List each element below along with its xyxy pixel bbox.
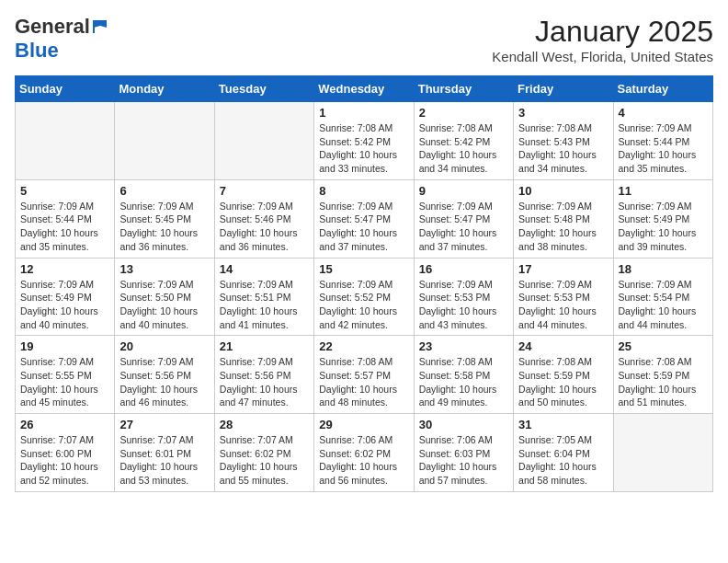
calendar-cell: 11Sunrise: 7:09 AMSunset: 5:49 PMDayligh… [613, 179, 712, 258]
calendar-cell: 19Sunrise: 7:09 AMSunset: 5:55 PMDayligh… [16, 336, 115, 414]
weekday-header-sunday: Sunday [16, 76, 115, 102]
day-number: 3 [518, 106, 608, 120]
weekday-header-row: SundayMondayTuesdayWednesdayThursdayFrid… [16, 76, 713, 102]
cell-info: Sunrise: 7:08 AMSunset: 5:59 PMDaylight:… [619, 355, 708, 409]
day-number: 13 [119, 262, 209, 276]
calendar-cell: 4Sunrise: 7:09 AMSunset: 5:44 PMDaylight… [613, 102, 712, 180]
cell-info: Sunrise: 7:09 AMSunset: 5:45 PMDaylight:… [119, 200, 209, 254]
svg-marker-0 [94, 20, 107, 28]
calendar-cell: 26Sunrise: 7:07 AMSunset: 6:00 PMDayligh… [16, 414, 115, 492]
logo: General Blue [15, 15, 108, 63]
cell-info: Sunrise: 7:09 AMSunset: 5:55 PMDaylight:… [20, 355, 109, 409]
cell-info: Sunrise: 7:09 AMSunset: 5:52 PMDaylight:… [319, 278, 408, 332]
day-number: 1 [319, 106, 408, 120]
day-number: 31 [518, 418, 608, 431]
calendar-week-row: 5Sunrise: 7:09 AMSunset: 5:44 PMDaylight… [16, 179, 713, 258]
cell-info: Sunrise: 7:09 AMSunset: 5:46 PMDaylight:… [220, 200, 309, 254]
calendar-cell [115, 102, 214, 180]
calendar-cell: 17Sunrise: 7:09 AMSunset: 5:53 PMDayligh… [514, 258, 613, 336]
cell-info: Sunrise: 7:09 AMSunset: 5:50 PMDaylight:… [119, 278, 209, 332]
cell-info: Sunrise: 7:08 AMSunset: 5:59 PMDaylight:… [518, 355, 608, 409]
calendar-cell: 21Sunrise: 7:09 AMSunset: 5:56 PMDayligh… [214, 336, 313, 414]
calendar-cell: 10Sunrise: 7:09 AMSunset: 5:48 PMDayligh… [514, 179, 613, 258]
weekday-header-tuesday: Tuesday [214, 76, 313, 102]
cell-info: Sunrise: 7:07 AMSunset: 6:02 PMDaylight:… [220, 433, 309, 488]
cell-info: Sunrise: 7:08 AMSunset: 5:42 PMDaylight:… [319, 121, 408, 176]
logo-flag-icon [92, 18, 108, 35]
day-number: 9 [419, 184, 508, 198]
cell-info: Sunrise: 7:09 AMSunset: 5:47 PMDaylight:… [319, 200, 408, 254]
day-number: 15 [319, 262, 408, 276]
day-number: 14 [220, 262, 309, 276]
calendar-cell: 7Sunrise: 7:09 AMSunset: 5:46 PMDaylight… [214, 179, 313, 258]
calendar-cell [16, 102, 115, 180]
cell-info: Sunrise: 7:09 AMSunset: 5:44 PMDaylight:… [619, 121, 708, 176]
calendar-cell: 1Sunrise: 7:08 AMSunset: 5:42 PMDaylight… [314, 102, 414, 180]
title-block: January 2025 Kendall West, Florida, Unit… [492, 15, 713, 64]
calendar-cell: 20Sunrise: 7:09 AMSunset: 5:56 PMDayligh… [115, 336, 214, 414]
calendar-cell [613, 414, 712, 492]
cell-info: Sunrise: 7:09 AMSunset: 5:49 PMDaylight:… [619, 200, 708, 254]
cell-info: Sunrise: 7:07 AMSunset: 6:01 PMDaylight:… [119, 433, 209, 488]
day-number: 27 [119, 418, 209, 431]
calendar-week-row: 26Sunrise: 7:07 AMSunset: 6:00 PMDayligh… [16, 414, 713, 492]
cell-info: Sunrise: 7:05 AMSunset: 6:04 PMDaylight:… [518, 433, 608, 488]
day-number: 11 [619, 184, 708, 198]
cell-info: Sunrise: 7:08 AMSunset: 5:42 PMDaylight:… [419, 121, 508, 176]
cell-info: Sunrise: 7:06 AMSunset: 6:03 PMDaylight:… [419, 433, 508, 488]
day-number: 21 [220, 339, 309, 353]
calendar-cell: 6Sunrise: 7:09 AMSunset: 5:45 PMDaylight… [115, 179, 214, 258]
cell-info: Sunrise: 7:09 AMSunset: 5:49 PMDaylight:… [20, 278, 109, 332]
cell-info: Sunrise: 7:09 AMSunset: 5:44 PMDaylight:… [20, 200, 109, 254]
cell-info: Sunrise: 7:08 AMSunset: 5:57 PMDaylight:… [319, 355, 408, 409]
location: Kendall West, Florida, United States [492, 49, 713, 64]
day-number: 28 [220, 418, 309, 431]
calendar-week-row: 12Sunrise: 7:09 AMSunset: 5:49 PMDayligh… [16, 258, 713, 336]
calendar-cell: 5Sunrise: 7:09 AMSunset: 5:44 PMDaylight… [16, 179, 115, 258]
calendar-table: SundayMondayTuesdayWednesdayThursdayFrid… [15, 75, 713, 492]
calendar-cell: 18Sunrise: 7:09 AMSunset: 5:54 PMDayligh… [613, 258, 712, 336]
weekday-header-wednesday: Wednesday [314, 76, 414, 102]
day-number: 19 [20, 339, 109, 353]
calendar-cell: 15Sunrise: 7:09 AMSunset: 5:52 PMDayligh… [314, 258, 414, 336]
calendar-cell: 24Sunrise: 7:08 AMSunset: 5:59 PMDayligh… [514, 336, 613, 414]
calendar-cell: 28Sunrise: 7:07 AMSunset: 6:02 PMDayligh… [214, 414, 313, 492]
day-number: 4 [619, 106, 708, 120]
cell-info: Sunrise: 7:09 AMSunset: 5:51 PMDaylight:… [220, 278, 309, 332]
calendar-cell: 2Sunrise: 7:08 AMSunset: 5:42 PMDaylight… [414, 102, 513, 180]
weekday-header-friday: Friday [514, 76, 613, 102]
calendar-cell: 23Sunrise: 7:08 AMSunset: 5:58 PMDayligh… [414, 336, 513, 414]
day-number: 22 [319, 339, 408, 353]
day-number: 8 [319, 184, 408, 198]
calendar-cell: 3Sunrise: 7:08 AMSunset: 5:43 PMDaylight… [514, 102, 613, 180]
day-number: 16 [419, 262, 508, 276]
day-number: 7 [220, 184, 309, 198]
day-number: 23 [419, 339, 508, 353]
calendar-cell: 22Sunrise: 7:08 AMSunset: 5:57 PMDayligh… [314, 336, 414, 414]
cell-info: Sunrise: 7:09 AMSunset: 5:56 PMDaylight:… [220, 355, 309, 409]
day-number: 20 [119, 339, 209, 353]
calendar-cell: 29Sunrise: 7:06 AMSunset: 6:02 PMDayligh… [314, 414, 414, 492]
cell-info: Sunrise: 7:09 AMSunset: 5:48 PMDaylight:… [518, 200, 608, 254]
calendar-cell: 12Sunrise: 7:09 AMSunset: 5:49 PMDayligh… [16, 258, 115, 336]
cell-info: Sunrise: 7:09 AMSunset: 5:53 PMDaylight:… [518, 278, 608, 332]
calendar-cell: 16Sunrise: 7:09 AMSunset: 5:53 PMDayligh… [414, 258, 513, 336]
cell-info: Sunrise: 7:09 AMSunset: 5:54 PMDaylight:… [619, 278, 708, 332]
logo-general-text: General [15, 15, 90, 39]
calendar-cell: 31Sunrise: 7:05 AMSunset: 6:04 PMDayligh… [514, 414, 613, 492]
calendar-cell [214, 102, 313, 180]
cell-info: Sunrise: 7:08 AMSunset: 5:43 PMDaylight:… [518, 121, 608, 176]
cell-info: Sunrise: 7:09 AMSunset: 5:53 PMDaylight:… [419, 278, 508, 332]
calendar-cell: 8Sunrise: 7:09 AMSunset: 5:47 PMDaylight… [314, 179, 414, 258]
day-number: 12 [20, 262, 109, 276]
cell-info: Sunrise: 7:09 AMSunset: 5:56 PMDaylight:… [119, 355, 209, 409]
weekday-header-monday: Monday [115, 76, 214, 102]
calendar-cell: 25Sunrise: 7:08 AMSunset: 5:59 PMDayligh… [613, 336, 712, 414]
calendar-cell: 9Sunrise: 7:09 AMSunset: 5:47 PMDaylight… [414, 179, 513, 258]
day-number: 5 [20, 184, 109, 198]
cell-info: Sunrise: 7:08 AMSunset: 5:58 PMDaylight:… [419, 355, 508, 409]
calendar-week-row: 1Sunrise: 7:08 AMSunset: 5:42 PMDaylight… [16, 102, 713, 180]
cell-info: Sunrise: 7:09 AMSunset: 5:47 PMDaylight:… [419, 200, 508, 254]
weekday-header-thursday: Thursday [414, 76, 513, 102]
day-number: 17 [518, 262, 608, 276]
